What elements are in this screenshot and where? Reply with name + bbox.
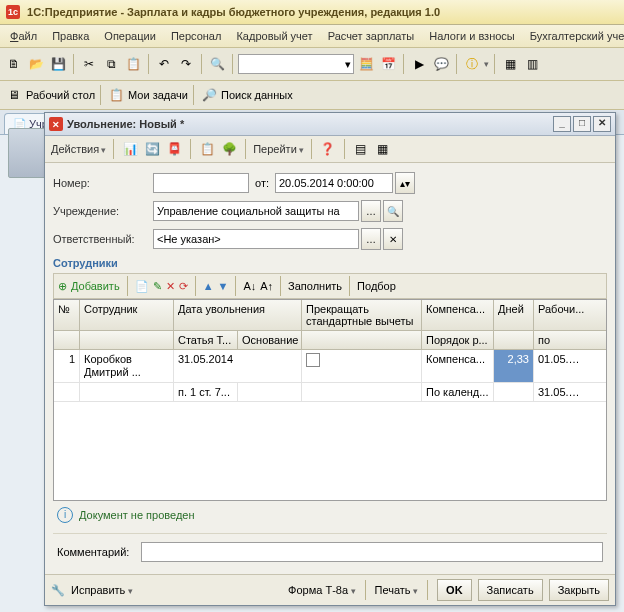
close-button[interactable]: ✕: [593, 116, 611, 132]
post-icon[interactable]: 📊: [121, 140, 139, 158]
window-icon[interactable]: ▦: [500, 54, 520, 74]
cut-icon[interactable]: ✂: [79, 54, 99, 74]
tasks-icon[interactable]: 📋: [106, 85, 126, 105]
copy-row-icon[interactable]: 📄: [135, 280, 149, 293]
responsible-label: Ответственный:: [53, 233, 153, 245]
org-select-button[interactable]: …: [361, 200, 381, 222]
undo-icon[interactable]: ↶: [154, 54, 174, 74]
panel-icon[interactable]: ▥: [522, 54, 542, 74]
selection-button[interactable]: Подбор: [357, 280, 396, 292]
cell-comp: Компенса...: [422, 350, 494, 382]
goto-menu[interactable]: Перейти: [253, 143, 304, 155]
number-input[interactable]: [153, 173, 249, 193]
menu-accounting[interactable]: Бухгалтерский учет: [530, 30, 624, 42]
date-spinner[interactable]: ▴▾: [395, 172, 415, 194]
wrench-icon: 🔧: [51, 584, 65, 597]
search-data-icon[interactable]: 🔎: [199, 85, 219, 105]
move-down-icon[interactable]: ▼: [218, 280, 229, 292]
unpost-icon[interactable]: 📮: [165, 140, 183, 158]
date-input[interactable]: [275, 173, 393, 193]
stop-checkbox[interactable]: [306, 353, 320, 367]
app-logo-icon: 1c: [6, 5, 20, 19]
responsible-clear-button[interactable]: ✕: [383, 228, 403, 250]
layout1-icon[interactable]: ▤: [352, 140, 370, 158]
col-days[interactable]: Дней: [494, 300, 534, 330]
list-icon[interactable]: 📋: [198, 140, 216, 158]
search-data-link[interactable]: Поиск данных: [221, 89, 293, 101]
copy-icon[interactable]: ⧉: [101, 54, 121, 74]
redo-icon[interactable]: ↷: [176, 54, 196, 74]
close-dialog-button[interactable]: Закрыть: [549, 579, 609, 601]
calendar-icon[interactable]: 📅: [378, 54, 398, 74]
col-article[interactable]: Статья Т...: [174, 331, 238, 349]
col-work[interactable]: Рабочи...: [534, 300, 584, 330]
desktop-icon[interactable]: 🖥: [4, 85, 24, 105]
help-icon[interactable]: ⓘ: [462, 54, 482, 74]
org-input[interactable]: [153, 201, 359, 221]
move-up-icon[interactable]: ▲: [203, 280, 214, 292]
table-row[interactable]: п. 1 ст. 7... По календ... 31.05.2...: [54, 383, 606, 402]
responsible-select-button[interactable]: …: [361, 228, 381, 250]
fix-menu[interactable]: Исправить: [71, 584, 133, 596]
tree-icon[interactable]: 🌳: [220, 140, 238, 158]
org-label: Учреждение:: [53, 205, 153, 217]
refresh-row-icon[interactable]: ⟳: [179, 280, 188, 293]
minimize-button[interactable]: _: [553, 116, 571, 132]
print-menu[interactable]: Печать: [375, 584, 419, 596]
fill-menu[interactable]: Заполнить: [288, 280, 342, 292]
col-stop-deductions[interactable]: Прекращать стандартные вычеты: [302, 300, 422, 330]
cell-reason: [238, 383, 302, 401]
cell-article: п. 1 ст. 7...: [174, 383, 238, 401]
new-doc-icon[interactable]: 🗎: [4, 54, 24, 74]
col-po[interactable]: по: [534, 331, 584, 349]
menu-edit[interactable]: Правка: [52, 30, 89, 42]
run-icon[interactable]: ▶: [409, 54, 429, 74]
table-row[interactable]: 1 Коробков Дмитрий ... 31.05.2014 Компен…: [54, 350, 606, 383]
sort-desc-icon[interactable]: A↑: [260, 280, 273, 292]
form-menu[interactable]: Форма Т-8а: [288, 584, 355, 596]
app-title-text: 1С:Предприятие - Зарплата и кадры бюджет…: [27, 6, 440, 18]
cell-days[interactable]: 2,33: [494, 350, 534, 382]
menu-operations[interactable]: Операции: [104, 30, 155, 42]
maximize-button[interactable]: □: [573, 116, 591, 132]
org-open-button[interactable]: 🔍: [383, 200, 403, 222]
responsible-input[interactable]: [153, 229, 359, 249]
menu-file[interactable]: Файл: [10, 30, 37, 42]
col-dismissal-date[interactable]: Дата увольнения: [174, 300, 302, 330]
help2-icon[interactable]: ❓: [319, 140, 337, 158]
repost-icon[interactable]: 🔄: [143, 140, 161, 158]
paste-icon[interactable]: 📋: [123, 54, 143, 74]
msg-icon[interactable]: 💬: [431, 54, 451, 74]
edit-row-icon[interactable]: ✎: [153, 280, 162, 293]
col-n[interactable]: №: [54, 300, 80, 330]
cell-ddate: 31.05.2014: [174, 350, 302, 382]
delete-row-icon[interactable]: ✕: [166, 280, 175, 293]
desktop-link[interactable]: Рабочий стол: [26, 89, 95, 101]
save-button[interactable]: Записать: [478, 579, 543, 601]
tasks-link[interactable]: Мои задачи: [128, 89, 188, 101]
col-order[interactable]: Порядок р...: [422, 331, 494, 349]
add-row-button[interactable]: Добавить: [71, 280, 120, 292]
ok-button[interactable]: OK: [437, 579, 472, 601]
open-icon[interactable]: 📂: [26, 54, 46, 74]
cell-employee: Коробков Дмитрий ...: [80, 350, 174, 382]
dialog-toolbar: Действия 📊 🔄 📮 📋 🌳 Перейти ❓ ▤ ▦: [45, 136, 615, 163]
sort-asc-icon[interactable]: A↓: [243, 280, 256, 292]
actions-menu[interactable]: Действия: [51, 143, 106, 155]
layout2-icon[interactable]: ▦: [374, 140, 392, 158]
comment-input[interactable]: [141, 542, 603, 562]
menu-salary[interactable]: Расчет зарплаты: [328, 30, 415, 42]
col-employee[interactable]: Сотрудник: [80, 300, 174, 330]
toolbar-combo[interactable]: ▾: [238, 54, 354, 74]
menu-taxes[interactable]: Налоги и взносы: [429, 30, 515, 42]
col-compensation[interactable]: Компенса...: [422, 300, 494, 330]
add-row-icon[interactable]: ⊕: [58, 280, 67, 293]
cell-stop[interactable]: [302, 350, 422, 382]
menu-hr[interactable]: Кадровый учет: [236, 30, 312, 42]
menu-personnel[interactable]: Персонал: [171, 30, 222, 42]
save-icon[interactable]: 💾: [48, 54, 68, 74]
find-icon[interactable]: 🔍: [207, 54, 227, 74]
employees-grid[interactable]: № Сотрудник Дата увольнения Прекращать с…: [53, 299, 607, 501]
calc-icon[interactable]: 🧮: [356, 54, 376, 74]
col-reason[interactable]: Основание: [238, 331, 302, 349]
